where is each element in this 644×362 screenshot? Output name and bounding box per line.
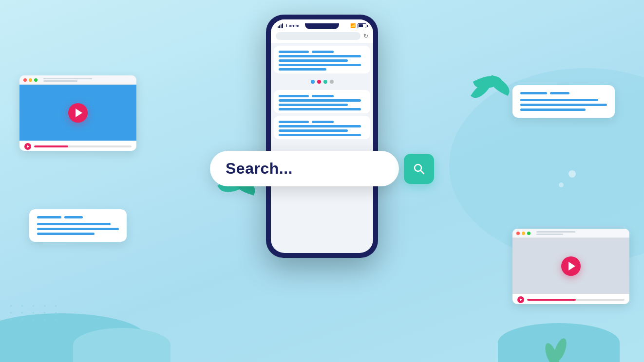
video-window-bar-left (19, 75, 136, 85)
card-2-line-2 (312, 95, 334, 97)
status-left: Lorem (278, 23, 300, 28)
card-1-line-1 (279, 51, 309, 53)
float-line-tr-5 (520, 109, 586, 111)
search-button[interactable] (404, 154, 434, 184)
phone-content (271, 43, 373, 253)
url-bar (43, 78, 92, 82)
float-line-tr-2 (550, 92, 569, 94)
phone-notch (305, 23, 339, 29)
video-controls-right (512, 294, 629, 304)
min-dot (29, 78, 32, 82)
float-lines-top-right (520, 92, 607, 111)
hill-small-left (73, 328, 170, 362)
play-small-right[interactable] (517, 296, 524, 303)
battery-fill (359, 24, 363, 27)
phone-screen: Lorem 📶 ↻ (271, 19, 373, 253)
card-2-line-3 (279, 99, 361, 102)
svg-line-2 (421, 170, 424, 174)
dot-2[interactable] (317, 80, 321, 84)
phone: Lorem 📶 ↻ (266, 15, 378, 258)
card-2-line-4 (279, 104, 348, 106)
card-3-lines (279, 121, 365, 136)
search-text: Search... (226, 160, 293, 178)
close-dot (23, 78, 27, 82)
card-1-line-5 (279, 64, 361, 66)
dot-1[interactable] (311, 80, 315, 84)
video-card-right (512, 229, 629, 304)
float-card-top-right (512, 85, 615, 118)
circle-deco-3 (568, 170, 576, 178)
float-line-bl-1 (37, 216, 61, 218)
card-3-line-5 (279, 134, 361, 136)
battery-tip (367, 25, 368, 27)
max-dot (34, 78, 38, 82)
play-small-tri-right (520, 298, 522, 301)
search-magnifier-icon (412, 162, 426, 176)
play-triangle-right (568, 262, 575, 271)
play-triangle-left (76, 109, 82, 117)
phone-card-1 (274, 46, 370, 73)
address-bar: ↻ (271, 30, 373, 43)
card-1-line-4 (279, 59, 348, 62)
card-2-line-1 (279, 95, 309, 97)
float-line-tr-1 (520, 92, 547, 94)
play-small-tri-left (27, 145, 29, 148)
search-bar-container: Search... (210, 151, 434, 186)
min-dot-r (522, 232, 525, 235)
search-input-box[interactable]: Search... (210, 151, 399, 186)
video-screen-right (512, 238, 629, 294)
carrier-name: Lorem (286, 23, 300, 28)
float-line-bl-3 (37, 223, 111, 225)
card-1-lines (279, 51, 365, 71)
play-button-left[interactable] (68, 103, 88, 123)
card-1-line-2 (312, 51, 334, 53)
search-bar-overlay: Search... (210, 151, 434, 186)
close-dot-r (516, 232, 520, 235)
card-3-line-3 (279, 125, 361, 127)
progress-fill-left (34, 145, 68, 147)
float-line-tr-3 (520, 99, 598, 101)
float-card-bottom-left (29, 209, 127, 242)
float-line-tr-4 (520, 104, 607, 106)
progress-bar-right[interactable] (527, 299, 625, 301)
dots-pattern: ● ● ● ● ●● ● ● ● ●● ● ● ● ● (10, 303, 61, 323)
card-1-line-3 (279, 55, 361, 57)
float-lines-bottom-left (37, 216, 119, 235)
video-window-bar-right (512, 229, 629, 238)
phone-card-3 (274, 116, 370, 139)
float-line-bl-5 (37, 233, 95, 235)
progress-fill-right (527, 299, 576, 301)
play-button-right[interactable] (561, 256, 581, 276)
battery-icon (358, 23, 366, 28)
carousel-dots (274, 76, 370, 88)
wifi-icon: 📶 (350, 23, 356, 28)
max-dot-r (527, 232, 530, 235)
video-screen-left (19, 85, 136, 141)
video-controls-left (19, 141, 136, 151)
progress-bar-left[interactable] (34, 145, 132, 147)
phone-card-2 (274, 90, 370, 113)
float-line-bl-4 (37, 228, 119, 230)
signal-bars-icon (278, 23, 283, 28)
circle-deco-4 (559, 182, 564, 187)
status-right: 📶 (350, 23, 366, 28)
card-3-line-4 (279, 129, 348, 132)
card-3-line-2 (312, 121, 334, 123)
card-1-line-6 (279, 68, 326, 71)
url-bar-r (536, 231, 575, 235)
float-line-bl-2 (64, 216, 83, 218)
dot-3[interactable] (323, 80, 327, 84)
refresh-icon[interactable]: ↻ (363, 33, 368, 39)
card-2-line-5 (279, 108, 361, 110)
dot-4[interactable] (330, 80, 334, 84)
card-2-lines (279, 95, 365, 110)
play-small-left[interactable] (24, 143, 31, 150)
video-card-left (19, 75, 136, 151)
card-3-line-1 (279, 121, 309, 123)
address-input[interactable] (276, 32, 360, 40)
